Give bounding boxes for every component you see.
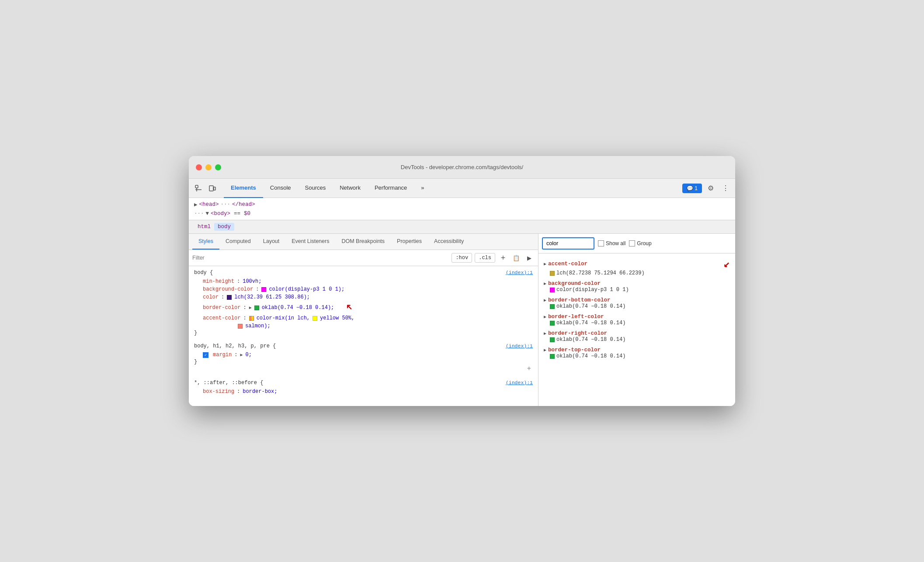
- rule-header-2: body, h1, h2, h3, p, pre { (index):1: [194, 343, 533, 349]
- tab-performance[interactable]: Performance: [368, 179, 414, 198]
- breadcrumb-html[interactable]: html: [194, 223, 214, 231]
- sub-tabs: Styles Computed Layout Event Listeners D…: [189, 234, 538, 250]
- head-element[interactable]: ▶ <head> ··· </head>: [194, 200, 730, 209]
- color-swatch-border[interactable]: [254, 305, 259, 310]
- toolbar-icons: [192, 182, 219, 194]
- html-tree: ▶ <head> ··· </head> ··· ▼ <body> == $0: [189, 198, 735, 220]
- expand-arrow-icon-blc[interactable]: ▶: [544, 314, 546, 319]
- prop-name-box-sizing: box-sizing: [203, 389, 234, 395]
- computed-properties: ▶ accent-color ↙ lch(82.7238 75.1294 66.…: [538, 253, 735, 406]
- computed-swatch-blc[interactable]: [550, 321, 555, 326]
- rule-header: body { (index):1: [194, 270, 533, 276]
- prop-name: background-color: [203, 286, 253, 292]
- tab-network[interactable]: Network: [333, 179, 368, 198]
- color-swatch-bg[interactable]: [261, 287, 266, 292]
- toggle-icon[interactable]: ▶: [524, 253, 535, 263]
- tab-computed[interactable]: Computed: [219, 234, 257, 250]
- filter-input[interactable]: [192, 255, 449, 261]
- mixed-color-swatch[interactable]: [249, 316, 254, 321]
- expand-arrow-icon-brc[interactable]: ▶: [544, 331, 546, 336]
- toolbar-right: 💬 1 ⚙ ⋮: [682, 182, 732, 194]
- tab-event-listeners[interactable]: Event Listeners: [285, 234, 335, 250]
- css-file-link-3[interactable]: (index):1: [506, 380, 533, 385]
- close-button[interactable]: [196, 164, 202, 170]
- tab-accessibility[interactable]: Accessibility: [428, 234, 470, 250]
- tab-properties[interactable]: Properties: [391, 234, 428, 250]
- css-prop-background-color: background-color : color(display-p3 1 0 …: [194, 285, 533, 293]
- css-rule-body-headings: body, h1, h2, h3, p, pre { (index):1 ✓ m…: [194, 343, 533, 373]
- css-prop-min-height: min-height : 100vh;: [194, 278, 533, 285]
- computed-swatch-brc[interactable]: [550, 337, 555, 342]
- top-toolbar: Elements Console Sources Network Perform…: [189, 179, 735, 198]
- device-toggle-icon[interactable]: [206, 182, 219, 194]
- css-prop-border-color: border-color : ▶ oklab(0.74 −0.18 0.14);…: [194, 301, 533, 314]
- css-selector-2: body, h1, h2, h3, p, pre {: [194, 343, 276, 349]
- computed-swatch-btc[interactable]: [550, 354, 555, 359]
- computed-prop-border-bottom-color[interactable]: ▶ border-bottom-color oklab(0.74 −0.18 0…: [538, 295, 735, 312]
- css-rule-body: body { (index):1 min-height : 100vh; bac…: [194, 270, 533, 336]
- tab-more[interactable]: »: [414, 179, 431, 198]
- expand-arrow-icon[interactable]: ▶: [544, 261, 546, 267]
- rule-header-3: *, ::after, ::before { (index):1: [194, 380, 533, 386]
- close-brace: }: [194, 330, 533, 336]
- expand-arrow-icon-btc[interactable]: ▶: [544, 347, 546, 353]
- hov-button[interactable]: :hov: [452, 253, 472, 263]
- css-selector: body {: [194, 270, 213, 276]
- cls-button[interactable]: .cls: [475, 253, 495, 263]
- css-prop-color: color : lch(32.39 61.25 308.86);: [194, 293, 533, 301]
- computed-prop-border-top-color[interactable]: ▶ border-top-color oklab(0.74 −0.18 0.14…: [538, 345, 735, 361]
- prop-value: lch(32.39 61.25 308.86);: [234, 294, 310, 300]
- color-swatch-color[interactable]: [227, 295, 232, 300]
- css-file-link-2[interactable]: (index):1: [506, 343, 533, 349]
- expand-arrow-icon-bbc[interactable]: ▶: [544, 298, 546, 303]
- filter-bar: :hov .cls + 📋 ▶: [189, 250, 538, 266]
- computed-swatch-bg[interactable]: [550, 288, 555, 292]
- show-all-checkbox[interactable]: [598, 240, 604, 246]
- right-panel: Show all Group ▶ accent-color ↙: [538, 234, 735, 406]
- group-label: Group: [637, 240, 651, 246]
- add-rule-icon[interactable]: +: [498, 253, 508, 263]
- expand-arrow-icon-bg[interactable]: ▶: [544, 281, 546, 286]
- css-prop-margin: ✓ margin : ▶ 0;: [194, 351, 533, 359]
- computed-name-bbc: ▶ border-bottom-color: [544, 297, 730, 303]
- chat-badge[interactable]: 💬 1: [682, 184, 702, 193]
- expand-triangle-icon[interactable]: ▶: [249, 305, 252, 310]
- body-element[interactable]: ··· ▼ <body> == $0: [194, 209, 730, 218]
- yellow-swatch[interactable]: [313, 316, 317, 321]
- tab-layout[interactable]: Layout: [257, 234, 286, 250]
- computed-value-bg: color(display-p3 1 0 1): [544, 287, 730, 293]
- tab-styles[interactable]: Styles: [192, 234, 219, 250]
- salmon-swatch[interactable]: [238, 324, 243, 329]
- computed-prop-border-left-color[interactable]: ▶ border-left-color oklab(0.74 −0.18 0.1…: [538, 312, 735, 328]
- prop-name: border-color: [203, 305, 240, 311]
- new-rule-icon[interactable]: 📋: [511, 253, 521, 263]
- more-options-icon[interactable]: ⋮: [719, 182, 732, 194]
- arrow-annotation-accent: ↙: [724, 257, 730, 270]
- tab-dom-breakpoints[interactable]: DOM Breakpoints: [335, 234, 391, 250]
- css-file-link[interactable]: (index):1: [506, 270, 533, 275]
- maximize-button[interactable]: [215, 164, 221, 170]
- tab-sources[interactable]: Sources: [298, 179, 333, 198]
- add-prop-button[interactable]: +: [527, 365, 531, 373]
- computed-prop-border-right-color[interactable]: ▶ border-right-color oklab(0.74 −0.18 0.…: [538, 328, 735, 345]
- expand-margin-icon[interactable]: ▶: [240, 352, 243, 357]
- prop-value: 100vh;: [243, 278, 261, 284]
- computed-swatch-bbc[interactable]: [550, 304, 555, 309]
- computed-swatch-accent[interactable]: [550, 271, 555, 276]
- css-checkbox-margin[interactable]: ✓: [203, 352, 208, 358]
- prop-value-margin: 0;: [245, 352, 251, 358]
- breadcrumb-body[interactable]: body: [214, 223, 234, 231]
- computed-value-brc: oklab(0.74 −0.18 0.14): [544, 337, 730, 343]
- settings-icon[interactable]: ⚙: [705, 182, 717, 194]
- css-rules: body { (index):1 min-height : 100vh; bac…: [189, 266, 538, 406]
- computed-search-input[interactable]: [542, 237, 594, 250]
- computed-prop-accent-color[interactable]: ▶ accent-color ↙ lch(82.7238 75.1294 66.…: [538, 255, 735, 278]
- computed-value: lch(82.7238 75.1294 66.2239): [544, 270, 730, 276]
- close-brace-2: }: [194, 359, 533, 365]
- tab-console[interactable]: Console: [263, 179, 298, 198]
- computed-prop-background-color[interactable]: ▶ background-color color(display-p3 1 0 …: [538, 278, 735, 295]
- group-checkbox[interactable]: [629, 240, 635, 246]
- tab-elements[interactable]: Elements: [224, 179, 263, 198]
- inspect-icon[interactable]: [192, 182, 205, 194]
- minimize-button[interactable]: [205, 164, 212, 170]
